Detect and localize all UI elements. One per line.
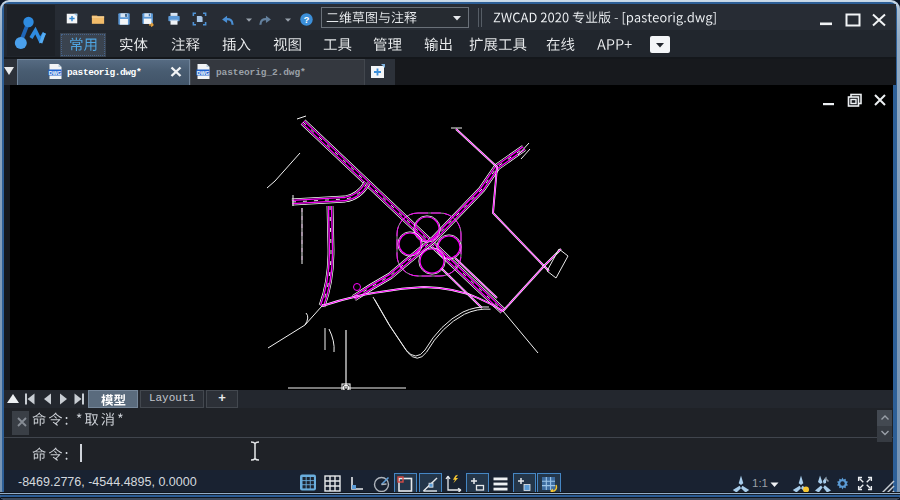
svg-text:?: ? — [304, 15, 310, 25]
svg-text:DWG: DWG — [49, 70, 62, 76]
svg-text:DWG: DWG — [197, 70, 210, 76]
